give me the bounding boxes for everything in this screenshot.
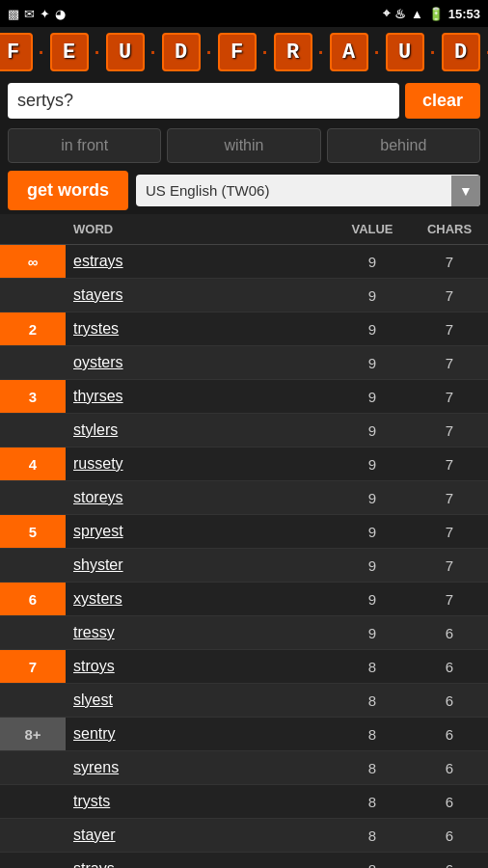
th-value: VALUE: [334, 218, 411, 240]
row-value: 9: [334, 591, 411, 608]
table-row: 3 thyrses 9 7: [0, 380, 488, 414]
row-chars: 7: [411, 524, 488, 540]
email-icon: ✉: [24, 7, 35, 21]
row-word[interactable]: spryest: [66, 523, 334, 540]
row-word[interactable]: stayers: [66, 286, 334, 304]
row-chars: 6: [411, 659, 488, 675]
row-value: 9: [334, 287, 411, 304]
row-word[interactable]: syrens: [66, 759, 334, 776]
row-badge: [0, 481, 66, 514]
row-badge: [0, 853, 66, 868]
app-logo: F · E · U · D · F · R · A · U · D ·: [0, 33, 488, 71]
logo-dot-9: ·: [483, 33, 489, 71]
row-word[interactable]: strays: [66, 860, 334, 868]
row-badge: [0, 346, 66, 379]
table-row: slyest 8 6: [0, 684, 488, 718]
logo-dot-8: ·: [427, 33, 439, 71]
signal-icon: ▲: [411, 7, 423, 21]
row-word[interactable]: russety: [66, 455, 334, 473]
row-chars: 7: [411, 321, 488, 338]
table-row: 7 stroys 8 6: [0, 650, 488, 684]
row-value: 9: [334, 557, 411, 574]
row-chars: 7: [411, 254, 488, 270]
row-word[interactable]: slyest: [66, 692, 334, 709]
row-chars: 6: [411, 827, 488, 844]
row-value: 9: [334, 254, 411, 270]
row-word[interactable]: xysters: [66, 590, 334, 608]
row-value: 8: [334, 726, 411, 743]
row-chars: 7: [411, 287, 488, 304]
row-badge: [0, 751, 66, 784]
in-front-button[interactable]: in front: [8, 128, 161, 163]
clear-button[interactable]: clear: [405, 83, 480, 119]
table-row: stayers 9 7: [0, 279, 488, 312]
row-chars: 7: [411, 490, 488, 506]
row-value: 9: [334, 389, 411, 405]
row-value: 8: [334, 692, 411, 709]
table-row: tressy 9 6: [0, 616, 488, 650]
row-value: 8: [334, 760, 411, 776]
table-row: syrens 8 6: [0, 751, 488, 785]
row-badge: 8+: [0, 718, 66, 750]
status-bar: ▩ ✉ ✦ ◕ ⌖ ♨ ▲ 🔋 15:53: [0, 0, 488, 27]
behind-button[interactable]: behind: [327, 128, 480, 163]
row-chars: 6: [411, 861, 488, 869]
row-word[interactable]: stylers: [66, 421, 334, 439]
logo-tile-e: E: [50, 33, 89, 71]
usb-icon: ✦: [40, 7, 50, 21]
row-badge: 3: [0, 380, 66, 413]
logo-tile-d: D: [162, 33, 201, 71]
table-row: 5 spryest 9 7: [0, 515, 488, 549]
row-badge: 6: [0, 583, 66, 615]
row-word[interactable]: oysters: [66, 354, 334, 371]
status-icons-right: ⌖ ♨ ▲ 🔋 15:53: [383, 6, 480, 21]
battery-icon: 🔋: [428, 7, 444, 21]
row-value: 9: [334, 625, 411, 641]
search-row: clear: [0, 77, 488, 124]
row-word[interactable]: stroys: [66, 658, 334, 675]
row-word[interactable]: tressy: [66, 624, 334, 641]
row-chars: 7: [411, 591, 488, 608]
row-word[interactable]: sentry: [66, 725, 334, 743]
th-word: WORD: [66, 218, 334, 240]
table-row: oysters 9 7: [0, 346, 488, 380]
logo-tile-u: U: [106, 33, 145, 71]
row-word[interactable]: trysts: [66, 793, 334, 810]
row-word[interactable]: stayer: [66, 827, 334, 844]
row-value: 8: [334, 794, 411, 810]
row-value: 9: [334, 456, 411, 473]
table-row: ∞ estrays 9 7: [0, 245, 488, 279]
logo-dot-3: ·: [148, 33, 159, 71]
language-select-input[interactable]: US English (TW06) UK English: [136, 175, 451, 206]
row-word[interactable]: shyster: [66, 556, 334, 574]
logo-tile-u2: U: [386, 33, 424, 71]
search-input[interactable]: [8, 83, 399, 119]
row-badge: [0, 684, 66, 717]
row-value: 9: [334, 524, 411, 540]
language-selector[interactable]: US English (TW06) UK English ▼: [136, 175, 480, 206]
row-badge: 4: [0, 448, 66, 480]
row-badge: ∞: [0, 245, 66, 278]
get-words-button[interactable]: get words: [8, 171, 128, 210]
within-button[interactable]: within: [167, 128, 320, 163]
logo-dot-7: ·: [371, 33, 383, 71]
row-badge: [0, 616, 66, 649]
logo-dot-4: ·: [203, 33, 215, 71]
action-row: get words US English (TW06) UK English ▼: [0, 167, 488, 214]
row-word[interactable]: estrays: [66, 253, 334, 270]
row-badge: [0, 785, 66, 818]
wifi-icon: ♨: [394, 7, 406, 21]
row-badge: [0, 279, 66, 312]
bluetooth-icon: ⌖: [383, 6, 390, 21]
row-badge: [0, 549, 66, 582]
logo-bar: F · E · U · D · F · R · A · U · D ·: [0, 27, 488, 77]
row-word[interactable]: storeys: [66, 489, 334, 506]
row-chars: 6: [411, 625, 488, 641]
row-chars: 6: [411, 692, 488, 709]
table-header: WORD VALUE CHARS: [0, 214, 488, 245]
table-row: 6 xysters 9 7: [0, 583, 488, 616]
logo-dot-5: ·: [259, 33, 271, 71]
row-word[interactable]: trystes: [66, 320, 334, 338]
table-row: trysts 8 6: [0, 785, 488, 819]
row-word[interactable]: thyrses: [66, 388, 334, 405]
